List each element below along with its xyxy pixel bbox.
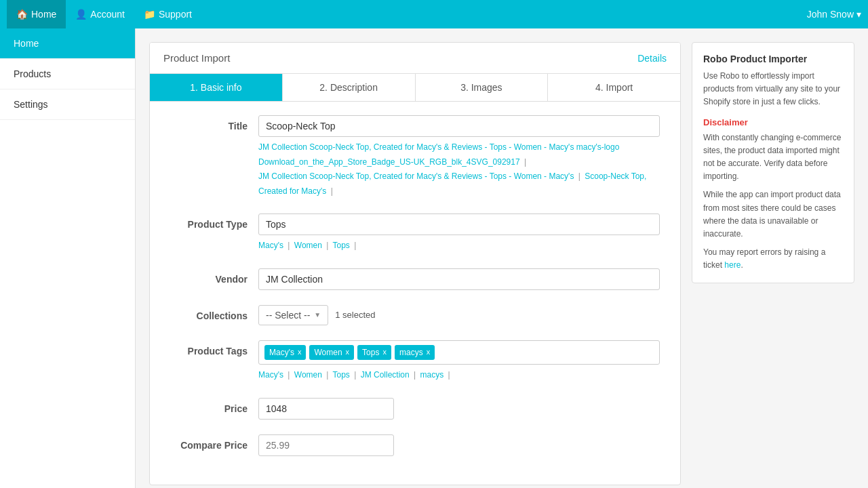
- compare-price-input[interactable]: [258, 434, 394, 456]
- type-suggestion-women[interactable]: Women: [294, 241, 322, 250]
- tag-macys2: macys x: [395, 345, 435, 360]
- tag-macys2-label: macys: [399, 348, 423, 357]
- sidebar: Home Products Settings: [0, 28, 136, 488]
- sidebar-products-label: Products: [14, 68, 51, 79]
- price-field: [258, 398, 660, 420]
- tag-suggestion-jm[interactable]: JM Collection: [361, 370, 410, 380]
- nav-home-label: Home: [31, 9, 56, 20]
- info-card-description: Use Robo to effortlessly import products…: [703, 70, 843, 109]
- disclaimer-text-3-span: You may report errors by raising a ticke…: [703, 247, 825, 270]
- sidebar-item-settings[interactable]: Settings: [0, 89, 135, 120]
- tag-tops-close[interactable]: x: [382, 348, 387, 356]
- product-type-suggestions: Macy's | Women | Tops |: [258, 239, 660, 253]
- title-row: Title JM Collection Scoop-Neck Top, Crea…: [170, 115, 660, 199]
- tags-row: Product Tags Macy's x Women x: [170, 340, 660, 383]
- tags-label: Product Tags: [170, 340, 258, 357]
- nav-account[interactable]: 👤 Account: [66, 0, 134, 28]
- steps-tabs: 1. Basic info 2. Description 3. Images 4…: [150, 74, 680, 102]
- product-type-input[interactable]: [258, 214, 660, 235]
- user-menu[interactable]: John Snow ▾: [807, 9, 861, 20]
- tag-tops-label: Tops: [362, 348, 379, 357]
- info-card-title: Robo Product Importer: [703, 54, 843, 64]
- user-name: John Snow: [807, 9, 854, 20]
- compare-price-field: [258, 434, 660, 456]
- tag-tops: Tops x: [357, 345, 391, 360]
- account-icon: 👤: [75, 9, 87, 20]
- nav-home[interactable]: 🏠 Home: [7, 0, 66, 28]
- form-area: Title JM Collection Scoop-Neck Top, Crea…: [150, 102, 680, 485]
- tag-suggestion-macys[interactable]: Macy's: [258, 370, 283, 380]
- disclaimer-text-1: With constantly changing e-commerce site…: [703, 131, 843, 184]
- select-caret-icon: ▼: [314, 311, 321, 319]
- tab-description[interactable]: 2. Description: [283, 74, 416, 101]
- tab-import[interactable]: 4. Import: [548, 74, 680, 101]
- title-field: JM Collection Scoop-Neck Top, Created fo…: [258, 115, 660, 199]
- tag-suggestion-women[interactable]: Women: [294, 370, 322, 380]
- vendor-input[interactable]: [258, 268, 660, 290]
- nav-support[interactable]: 📁 Support: [134, 0, 201, 28]
- tag-suggestion-macys2[interactable]: macys: [420, 370, 444, 380]
- tab-basic-info[interactable]: 1. Basic info: [150, 74, 283, 101]
- user-caret-icon: ▾: [856, 9, 861, 20]
- collections-field: -- Select -- ▼ 1 selected: [258, 305, 660, 325]
- product-type-label: Product Type: [170, 214, 258, 230]
- product-type-field: Macy's | Women | Tops |: [258, 214, 660, 253]
- tags-field: Macy's x Women x Tops x: [258, 340, 660, 383]
- price-label: Price: [170, 398, 258, 414]
- top-nav: 🏠 Home 👤 Account 📁 Support John Snow ▾: [0, 0, 868, 28]
- title-input[interactable]: [258, 115, 660, 137]
- collections-selected-count: 1 selected: [335, 310, 375, 320]
- right-panel: Robo Product Importer Use Robo to effort…: [692, 42, 854, 485]
- support-icon: 📁: [144, 9, 155, 20]
- info-card: Robo Product Importer Use Robo to effort…: [692, 42, 854, 283]
- title-suggestion-1[interactable]: JM Collection Scoop-Neck Top, Created fo…: [258, 142, 619, 167]
- vendor-row: Vendor: [170, 268, 660, 290]
- disclaimer-title: Disclaimer: [703, 117, 843, 127]
- collections-select[interactable]: -- Select -- ▼: [258, 305, 328, 325]
- type-suggestion-tops[interactable]: Tops: [333, 241, 350, 250]
- collections-select-wrapper: -- Select -- ▼ 1 selected: [258, 305, 660, 325]
- title-suggestions: JM Collection Scoop-Neck Top, Created fo…: [258, 140, 660, 199]
- sidebar-item-home[interactable]: Home: [0, 28, 135, 59]
- sidebar-home-label: Home: [14, 38, 39, 49]
- tag-macys: Macy's x: [264, 345, 306, 360]
- compare-price-row: Compare Price: [170, 434, 660, 456]
- tag-suggestion-tops[interactable]: Tops: [333, 370, 350, 380]
- type-suggestion-macys[interactable]: Macy's: [258, 241, 283, 250]
- disclaimer-text-2: While the app can import product data fr…: [703, 188, 843, 241]
- vendor-field: [258, 268, 660, 290]
- tags-container: Macy's x Women x Tops x: [258, 340, 660, 365]
- disclaimer-text-3: You may report errors by raising a ticke…: [703, 246, 843, 272]
- title-suggestion-2[interactable]: JM Collection Scoop-Neck Top, Created fo…: [258, 171, 574, 181]
- tag-women-label: Women: [314, 348, 342, 357]
- tag-macys2-close[interactable]: x: [427, 348, 431, 356]
- tab-images[interactable]: 3. Images: [416, 74, 549, 101]
- tag-women-close[interactable]: x: [346, 348, 350, 356]
- compare-price-label: Compare Price: [170, 434, 258, 451]
- tag-macys-close[interactable]: x: [298, 348, 302, 356]
- tag-women: Women x: [309, 345, 354, 360]
- price-input[interactable]: [258, 398, 394, 420]
- layout: Home Products Settings Product Import De…: [0, 28, 868, 488]
- import-card: Product Import Details 1. Basic info 2. …: [149, 42, 681, 485]
- nav-account-label: Account: [90, 9, 125, 20]
- product-type-row: Product Type Macy's | Women | Tops |: [170, 214, 660, 253]
- collections-row: Collections -- Select -- ▼ 1 selected: [170, 305, 660, 325]
- select-label: -- Select --: [266, 310, 310, 321]
- import-card-header: Product Import Details: [150, 43, 680, 74]
- tag-macys-label: Macy's: [269, 348, 294, 357]
- price-row: Price: [170, 398, 660, 420]
- sidebar-settings-label: Settings: [14, 99, 48, 110]
- import-card-title: Product Import: [163, 52, 230, 64]
- title-label: Title: [170, 115, 258, 131]
- disclaimer-here-link[interactable]: here: [724, 260, 741, 270]
- vendor-label: Vendor: [170, 268, 258, 285]
- main-content: Product Import Details 1. Basic info 2. …: [136, 28, 868, 488]
- collections-label: Collections: [170, 305, 258, 321]
- details-link[interactable]: Details: [637, 53, 667, 64]
- nav-support-label: Support: [159, 9, 192, 20]
- disclaimer-end: .: [741, 260, 743, 270]
- sidebar-item-products[interactable]: Products: [0, 59, 135, 89]
- tag-suggestions: Macy's | Women | Tops | JM Collection | …: [258, 368, 660, 383]
- home-icon: 🏠: [16, 9, 28, 20]
